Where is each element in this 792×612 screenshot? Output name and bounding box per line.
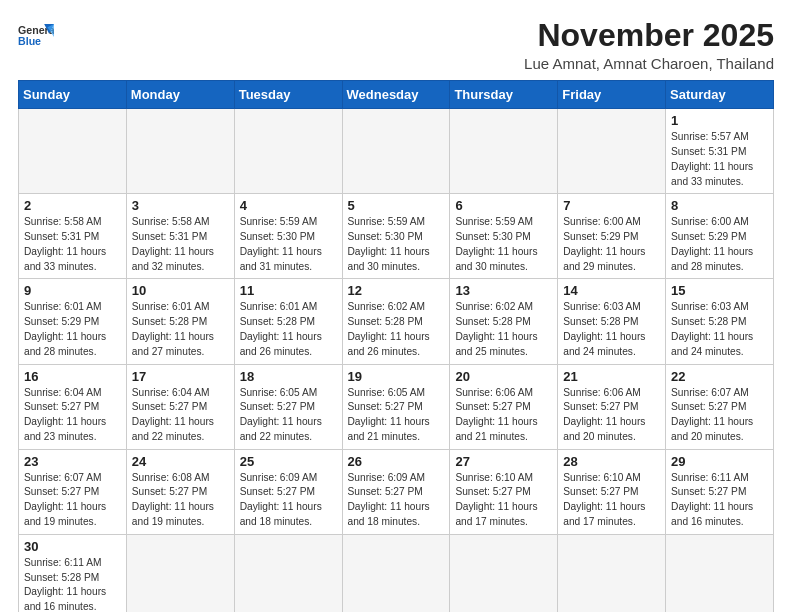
day-info: Sunrise: 6:01 AM Sunset: 5:29 PM Dayligh… [24,300,121,359]
calendar-cell: 17Sunrise: 6:04 AM Sunset: 5:27 PM Dayli… [126,364,234,449]
day-number: 14 [563,283,660,298]
day-info: Sunrise: 6:05 AM Sunset: 5:27 PM Dayligh… [240,386,337,445]
col-header-sunday: Sunday [19,81,127,109]
calendar-cell: 7Sunrise: 6:00 AM Sunset: 5:29 PM Daylig… [558,194,666,279]
day-number: 9 [24,283,121,298]
calendar-cell: 24Sunrise: 6:08 AM Sunset: 5:27 PM Dayli… [126,449,234,534]
day-info: Sunrise: 6:04 AM Sunset: 5:27 PM Dayligh… [132,386,229,445]
day-number: 27 [455,454,552,469]
day-info: Sunrise: 5:59 AM Sunset: 5:30 PM Dayligh… [348,215,445,274]
calendar-cell [558,109,666,194]
calendar-cell: 28Sunrise: 6:10 AM Sunset: 5:27 PM Dayli… [558,449,666,534]
day-number: 24 [132,454,229,469]
calendar-cell: 19Sunrise: 6:05 AM Sunset: 5:27 PM Dayli… [342,364,450,449]
calendar-week-row: 2Sunrise: 5:58 AM Sunset: 5:31 PM Daylig… [19,194,774,279]
calendar-cell: 23Sunrise: 6:07 AM Sunset: 5:27 PM Dayli… [19,449,127,534]
calendar-cell [234,534,342,612]
day-number: 15 [671,283,768,298]
calendar-cell: 21Sunrise: 6:06 AM Sunset: 5:27 PM Dayli… [558,364,666,449]
calendar-week-row: 23Sunrise: 6:07 AM Sunset: 5:27 PM Dayli… [19,449,774,534]
calendar-cell: 16Sunrise: 6:04 AM Sunset: 5:27 PM Dayli… [19,364,127,449]
day-number: 29 [671,454,768,469]
calendar-cell [126,109,234,194]
calendar-cell [342,534,450,612]
day-number: 26 [348,454,445,469]
calendar-header-row: SundayMondayTuesdayWednesdayThursdayFrid… [19,81,774,109]
day-info: Sunrise: 6:02 AM Sunset: 5:28 PM Dayligh… [348,300,445,359]
day-info: Sunrise: 6:02 AM Sunset: 5:28 PM Dayligh… [455,300,552,359]
col-header-saturday: Saturday [666,81,774,109]
calendar-cell: 15Sunrise: 6:03 AM Sunset: 5:28 PM Dayli… [666,279,774,364]
calendar-cell [666,534,774,612]
logo: General Blue [18,22,54,52]
calendar-cell: 11Sunrise: 6:01 AM Sunset: 5:28 PM Dayli… [234,279,342,364]
day-number: 23 [24,454,121,469]
day-number: 12 [348,283,445,298]
calendar-cell: 3Sunrise: 5:58 AM Sunset: 5:31 PM Daylig… [126,194,234,279]
calendar-cell: 5Sunrise: 5:59 AM Sunset: 5:30 PM Daylig… [342,194,450,279]
day-number: 13 [455,283,552,298]
calendar-cell [450,534,558,612]
calendar-cell: 25Sunrise: 6:09 AM Sunset: 5:27 PM Dayli… [234,449,342,534]
col-header-monday: Monday [126,81,234,109]
day-info: Sunrise: 6:03 AM Sunset: 5:28 PM Dayligh… [671,300,768,359]
day-info: Sunrise: 6:10 AM Sunset: 5:27 PM Dayligh… [455,471,552,530]
day-info: Sunrise: 6:06 AM Sunset: 5:27 PM Dayligh… [455,386,552,445]
day-number: 1 [671,113,768,128]
calendar-cell: 4Sunrise: 5:59 AM Sunset: 5:30 PM Daylig… [234,194,342,279]
calendar-cell [342,109,450,194]
calendar-cell: 10Sunrise: 6:01 AM Sunset: 5:28 PM Dayli… [126,279,234,364]
day-info: Sunrise: 6:05 AM Sunset: 5:27 PM Dayligh… [348,386,445,445]
col-header-tuesday: Tuesday [234,81,342,109]
calendar-week-row: 30Sunrise: 6:11 AM Sunset: 5:28 PM Dayli… [19,534,774,612]
calendar-cell: 1Sunrise: 5:57 AM Sunset: 5:31 PM Daylig… [666,109,774,194]
day-info: Sunrise: 5:59 AM Sunset: 5:30 PM Dayligh… [455,215,552,274]
day-number: 17 [132,369,229,384]
svg-text:Blue: Blue [18,35,41,47]
calendar-cell: 2Sunrise: 5:58 AM Sunset: 5:31 PM Daylig… [19,194,127,279]
calendar-cell: 9Sunrise: 6:01 AM Sunset: 5:29 PM Daylig… [19,279,127,364]
calendar-cell [126,534,234,612]
calendar-page: General Blue November 2025 Lue Amnat, Am… [0,0,792,612]
day-number: 11 [240,283,337,298]
calendar-cell: 29Sunrise: 6:11 AM Sunset: 5:27 PM Dayli… [666,449,774,534]
day-number: 5 [348,198,445,213]
calendar-table: SundayMondayTuesdayWednesdayThursdayFrid… [18,80,774,612]
calendar-cell [558,534,666,612]
day-number: 7 [563,198,660,213]
day-number: 28 [563,454,660,469]
calendar-cell: 14Sunrise: 6:03 AM Sunset: 5:28 PM Dayli… [558,279,666,364]
calendar-cell: 30Sunrise: 6:11 AM Sunset: 5:28 PM Dayli… [19,534,127,612]
day-info: Sunrise: 5:58 AM Sunset: 5:31 PM Dayligh… [132,215,229,274]
calendar-cell: 22Sunrise: 6:07 AM Sunset: 5:27 PM Dayli… [666,364,774,449]
col-header-thursday: Thursday [450,81,558,109]
day-info: Sunrise: 5:57 AM Sunset: 5:31 PM Dayligh… [671,130,768,189]
day-number: 16 [24,369,121,384]
day-number: 22 [671,369,768,384]
day-info: Sunrise: 6:08 AM Sunset: 5:27 PM Dayligh… [132,471,229,530]
day-info: Sunrise: 6:10 AM Sunset: 5:27 PM Dayligh… [563,471,660,530]
day-number: 10 [132,283,229,298]
day-info: Sunrise: 6:11 AM Sunset: 5:28 PM Dayligh… [24,556,121,612]
calendar-cell: 27Sunrise: 6:10 AM Sunset: 5:27 PM Dayli… [450,449,558,534]
day-info: Sunrise: 6:06 AM Sunset: 5:27 PM Dayligh… [563,386,660,445]
day-number: 30 [24,539,121,554]
day-number: 2 [24,198,121,213]
day-info: Sunrise: 6:04 AM Sunset: 5:27 PM Dayligh… [24,386,121,445]
day-number: 21 [563,369,660,384]
calendar-cell: 12Sunrise: 6:02 AM Sunset: 5:28 PM Dayli… [342,279,450,364]
calendar-week-row: 16Sunrise: 6:04 AM Sunset: 5:27 PM Dayli… [19,364,774,449]
header: General Blue November 2025 Lue Amnat, Am… [18,18,774,72]
day-number: 8 [671,198,768,213]
calendar-cell: 13Sunrise: 6:02 AM Sunset: 5:28 PM Dayli… [450,279,558,364]
day-info: Sunrise: 6:07 AM Sunset: 5:27 PM Dayligh… [24,471,121,530]
day-info: Sunrise: 6:03 AM Sunset: 5:28 PM Dayligh… [563,300,660,359]
location-title: Lue Amnat, Amnat Charoen, Thailand [524,55,774,72]
day-info: Sunrise: 6:09 AM Sunset: 5:27 PM Dayligh… [240,471,337,530]
day-info: Sunrise: 5:58 AM Sunset: 5:31 PM Dayligh… [24,215,121,274]
day-number: 6 [455,198,552,213]
calendar-cell [19,109,127,194]
day-info: Sunrise: 5:59 AM Sunset: 5:30 PM Dayligh… [240,215,337,274]
month-title: November 2025 [524,18,774,53]
day-info: Sunrise: 6:00 AM Sunset: 5:29 PM Dayligh… [563,215,660,274]
